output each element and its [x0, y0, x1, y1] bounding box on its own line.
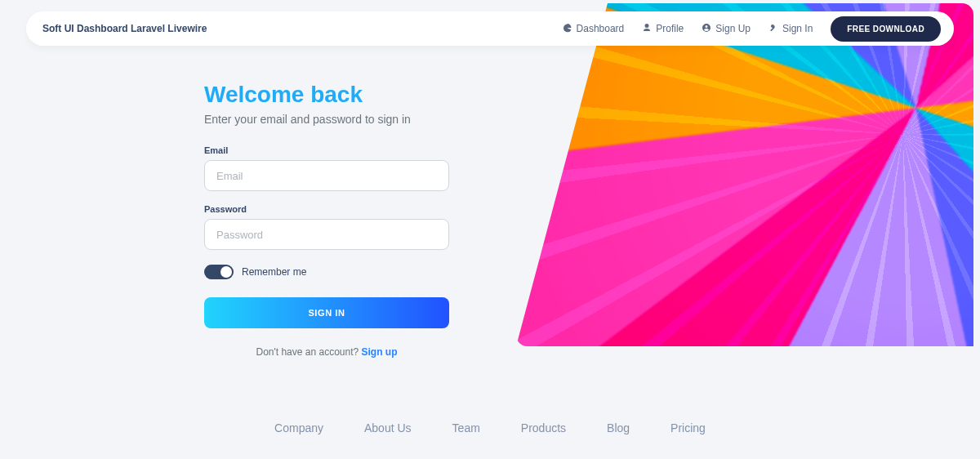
password-field[interactable] — [204, 219, 449, 250]
nav-profile[interactable]: Profile — [642, 23, 684, 35]
footer-products[interactable]: Products — [521, 421, 566, 434]
user-circle-icon — [702, 23, 711, 35]
toggle-knob — [220, 266, 232, 278]
top-navbar: Soft UI Dashboard Laravel Livewire Dashb… — [26, 11, 954, 46]
pie-chart-icon — [563, 23, 572, 35]
signin-button[interactable]: SIGN IN — [204, 297, 449, 328]
email-field[interactable] — [204, 160, 449, 191]
signup-prompt: Don't have an account? Sign up — [204, 346, 449, 358]
remember-label: Remember me — [242, 266, 306, 278]
user-icon — [642, 23, 652, 35]
nav-dashboard-label: Dashboard — [577, 23, 625, 34]
page-subtitle: Enter your email and password to sign in — [204, 113, 449, 126]
footer-links: Company About Us Team Products Blog Pric… — [0, 421, 980, 434]
nav-signin[interactable]: Sign In — [768, 23, 813, 35]
footer-pricing[interactable]: Pricing — [670, 421, 706, 434]
signup-prompt-text: Don't have an account? — [256, 346, 361, 358]
hero-illustration — [516, 3, 973, 346]
nav-dashboard[interactable]: Dashboard — [563, 23, 625, 35]
footer-about[interactable]: About Us — [364, 421, 412, 434]
password-label: Password — [204, 204, 449, 214]
email-label: Email — [204, 145, 449, 155]
signup-link[interactable]: Sign up — [362, 346, 398, 358]
signin-form: Welcome back Enter your email and passwo… — [204, 82, 449, 358]
brand-title: Soft UI Dashboard Laravel Livewire — [42, 23, 207, 34]
nav-links: Dashboard Profile Sign Up Sign In — [563, 23, 813, 35]
key-icon — [768, 23, 778, 35]
nav-signup[interactable]: Sign Up — [702, 23, 751, 35]
nav-signup-label: Sign Up — [715, 23, 751, 34]
nav-signin-label: Sign In — [782, 23, 813, 34]
remember-row: Remember me — [204, 265, 449, 279]
footer-team[interactable]: Team — [452, 421, 480, 434]
nav-profile-label: Profile — [656, 23, 684, 34]
footer-blog[interactable]: Blog — [607, 421, 630, 434]
free-download-button[interactable]: FREE DOWNLOAD — [831, 16, 941, 42]
page-title: Welcome back — [204, 82, 449, 108]
remember-toggle[interactable] — [204, 265, 234, 279]
footer-company[interactable]: Company — [274, 421, 323, 434]
